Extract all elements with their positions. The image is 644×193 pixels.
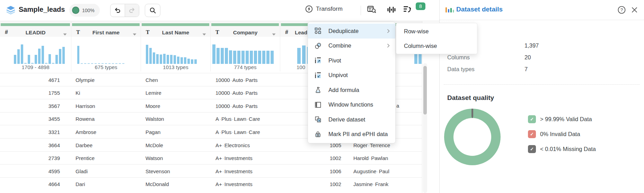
cell: 2739 (0, 152, 71, 165)
cell: Stevenson (141, 165, 210, 178)
column-header-last-name[interactable]: TLast Name (141, 21, 210, 37)
window-functions-icon (314, 101, 322, 108)
search-icon (149, 7, 156, 14)
histogram-bar (160, 54, 162, 64)
menu-item-mark-pii-and-ephi-data[interactable]: Mark PII and ePHI data (308, 127, 395, 142)
cell: 1002 (280, 152, 350, 165)
histogram-bar (184, 57, 186, 64)
stat-row-data-types: Data types7 (447, 63, 634, 75)
histogram-bar (187, 59, 190, 64)
histogram-bar (28, 55, 30, 64)
table-row: 4664DariMcDonaldA+·Investments1002Jasmin… (0, 177, 422, 191)
cell: 4595 (0, 165, 71, 178)
column-header-company[interactable]: TCompany (210, 21, 280, 37)
whitespace-dot-icon: · (230, 103, 232, 109)
histogram-bar (237, 51, 240, 64)
cell: Jasmine·Frank (350, 178, 422, 191)
close-panel-button[interactable] (631, 7, 638, 15)
quality-legend-item: ✓< 0.01% Missing Data (528, 142, 596, 157)
cell: Harrison (71, 99, 141, 112)
whitespace-dot-icon: · (246, 116, 249, 122)
whitespace-dot-icon: · (369, 155, 371, 161)
column-header-leadid[interactable]: #LEADID (0, 21, 71, 37)
checkbox-icon[interactable]: ✓ (528, 130, 536, 138)
whitespace-dot-icon: · (246, 129, 249, 135)
histogram-bar (149, 48, 152, 64)
checkbox-icon[interactable]: ✓ (528, 145, 536, 153)
menu-item-add-formula[interactable]: Add formula (308, 83, 395, 98)
column-name: First name (71, 30, 141, 36)
undo-button[interactable] (111, 4, 125, 17)
menu-item-pivot[interactable]: Pivot (308, 53, 395, 68)
column-histogram: 774 types (210, 37, 280, 72)
dataset-title: Sample_leads (19, 6, 65, 14)
histogram-bar (146, 45, 148, 64)
menu-item-unpivot[interactable]: Unpivot (308, 68, 395, 83)
cell: A+·Electronics (210, 139, 280, 152)
histogram-bar (271, 51, 274, 64)
cell: Ambrose (71, 125, 141, 139)
cell: Moore (141, 99, 210, 112)
column-summary: 1709 - 4898 (0, 64, 71, 72)
cell: Gladi (71, 165, 141, 178)
whitespace-dot-icon: · (243, 103, 246, 109)
submenu-item-column-wise[interactable]: Column-wise (396, 39, 477, 53)
column-dropdown-icon[interactable] (202, 31, 206, 37)
cell: Prentice (71, 152, 141, 165)
cell: Walston (141, 112, 210, 126)
whitespace-dot-icon: · (222, 181, 224, 187)
steps-count-badge: 8 (416, 2, 425, 10)
histogram-bar (180, 57, 183, 64)
transform-button[interactable]: Transform (305, 5, 343, 13)
dataset-details-chart-icon (445, 6, 455, 15)
histogram-bar (170, 55, 173, 64)
cell: A+·Investments (210, 178, 280, 191)
toolbar-divider (361, 6, 361, 15)
vertical-scrollbar-thumb[interactable] (423, 66, 427, 115)
column-stats-button[interactable] (387, 6, 396, 13)
column-dropdown-icon[interactable] (133, 31, 136, 37)
column-header-first-name[interactable]: TFirst name (71, 21, 141, 37)
legend-label: < 0.01% Missing Data (540, 146, 596, 152)
whitespace-dot-icon: · (219, 116, 221, 122)
whitespace-dot-icon: · (219, 129, 221, 135)
column-dropdown-icon[interactable] (272, 31, 276, 37)
histogram-bar (212, 44, 215, 64)
table-row: 4595GladiStevensonA+·Investments1006Augu… (0, 164, 422, 178)
menu-item-deduplicate[interactable]: Deduplicate (308, 24, 395, 39)
checkbox-icon[interactable]: ✓ (528, 115, 536, 123)
applied-steps-button[interactable] (403, 5, 412, 13)
cell: 1002 (280, 178, 350, 191)
menu-item-window-functions[interactable]: Window functions (308, 98, 395, 112)
cell: Watson (141, 152, 210, 165)
menu-item-combine[interactable]: Combine (308, 39, 395, 53)
help-button[interactable]: ? (617, 6, 626, 16)
menu-item-label: Combine (328, 42, 351, 49)
submenu-item-row-wise[interactable]: Row-wise (396, 24, 477, 39)
undo-redo-group (110, 4, 139, 17)
redo-button[interactable] (125, 4, 139, 17)
menu-item-label: Deduplicate (328, 28, 359, 34)
cell: Rowena (71, 112, 141, 126)
histogram-bar (14, 55, 16, 64)
deduplicate-submenu: Row-wiseColumn-wise (396, 23, 477, 54)
search-button[interactable] (145, 4, 160, 17)
histogram-bar (35, 55, 37, 64)
cell: 3321 (0, 125, 71, 139)
column-dropdown-icon[interactable] (63, 31, 67, 37)
quality-indicator[interactable]: 100% (69, 4, 100, 17)
histogram-bar (250, 51, 253, 64)
whitespace-dot-icon: · (222, 168, 224, 174)
svg-text:?: ? (620, 7, 623, 12)
histogram-bar (262, 51, 265, 64)
table-search-icon (367, 5, 377, 14)
cell: 10000·Auto·Parts (210, 86, 280, 100)
histogram-bar (153, 52, 155, 64)
column-histogram: 1013 types (141, 37, 210, 72)
data-preview-button[interactable] (367, 5, 377, 14)
undo-icon (114, 7, 121, 14)
stat-label: Data types (447, 66, 524, 73)
histogram-bar (17, 49, 20, 64)
dataset-layers-icon (6, 6, 16, 15)
menu-item-derive-dataset[interactable]: Derive dataset (308, 112, 395, 127)
